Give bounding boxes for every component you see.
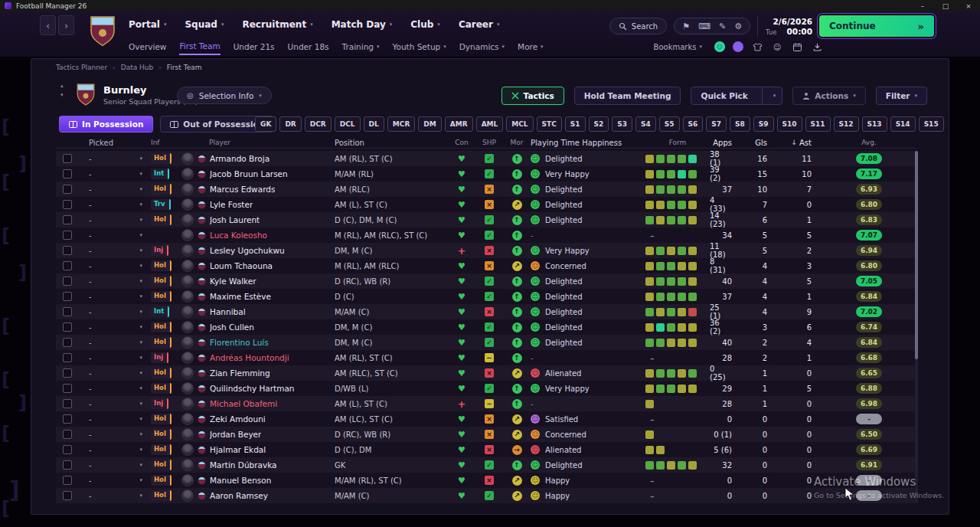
column-player[interactable]: Player (181, 137, 335, 148)
row-checkbox[interactable] (63, 322, 72, 332)
bookmarks-dropdown[interactable]: Bookmarks ▾ (654, 43, 702, 51)
table-row[interactable]: - ▾ Hol Jordan Beyer D (RC), WB (R) ♥ × … (56, 427, 916, 442)
column-avg[interactable]: Avg. (822, 137, 916, 148)
tab-overview[interactable]: Overview (129, 39, 166, 54)
picked-dropdown[interactable]: - ▾ (79, 365, 149, 381)
position-filter-s9[interactable]: S9 (753, 116, 774, 132)
position-filter-s1[interactable]: S1 (565, 116, 586, 132)
actions-button[interactable]: Actions ▾ (792, 87, 865, 105)
player-name[interactable]: Zian Flemming (210, 368, 270, 378)
tab-under-18s[interactable]: Under 18s (288, 39, 329, 54)
minimize-button[interactable]: – (911, 0, 934, 11)
row-checkbox[interactable] (63, 353, 72, 362)
table-row[interactable]: - ▾ Trv Lyle Foster AM (L), ST (C) ♥ × ↗… (56, 197, 916, 212)
player-name[interactable]: Michael Obafemi (210, 399, 277, 408)
player-name[interactable]: Hannibal (210, 307, 246, 316)
table-row[interactable]: - ▾ Hol Florentino Luís DM, M (C) ♥ ✓ ↑ … (56, 335, 916, 350)
continue-button[interactable]: Continue » (819, 15, 934, 37)
tab-in-possession[interactable]: In Possession (59, 116, 153, 133)
back-button[interactable]: ‹ (40, 15, 56, 35)
row-checkbox[interactable] (63, 277, 72, 286)
selection-info-dropdown[interactable]: ◎ Selection Info ▾ (177, 87, 272, 104)
table-scrollbar[interactable] (915, 151, 918, 503)
player-name[interactable]: Jordan Beyer (210, 430, 261, 439)
row-checkbox[interactable] (63, 231, 72, 240)
tab-youth-setup[interactable]: Youth Setup▾ (392, 39, 446, 54)
forward-button[interactable]: › (58, 15, 74, 35)
player-name[interactable]: Zeki Amdouni (210, 414, 266, 424)
social-feed-icon[interactable]: ☺ (714, 41, 725, 52)
picked-dropdown[interactable]: - ▾ (79, 258, 149, 273)
maximize-button[interactable]: □ (934, 0, 957, 11)
position-filter-s14[interactable]: S14 (890, 116, 916, 132)
position-filter-amr[interactable]: AMR (445, 116, 473, 132)
notes-pencil-icon[interactable]: ✎ (719, 22, 726, 31)
picked-dropdown[interactable]: - ▾ (79, 381, 149, 396)
row-checkbox[interactable] (63, 384, 72, 393)
position-filter-dcr[interactable]: DCR (305, 116, 332, 132)
position-filter-stc[interactable]: STC (537, 116, 562, 132)
picked-dropdown[interactable]: - ▾ (79, 457, 149, 473)
picked-dropdown[interactable]: - ▾ (79, 350, 149, 365)
row-checkbox[interactable] (63, 185, 72, 194)
chevron-down-icon[interactable]: ▾ (60, 93, 64, 98)
position-filter-aml[interactable]: AML (476, 116, 504, 132)
table-row[interactable]: - ▾ Hol Kyle Walker D (RC), WB (R) ♥ ✓ ↑… (56, 273, 916, 289)
picked-dropdown[interactable]: - ▾ (79, 411, 149, 427)
row-checkbox[interactable] (63, 154, 72, 163)
kit-shirt-icon[interactable] (751, 41, 763, 53)
position-filter-s4[interactable]: S4 (635, 116, 656, 132)
column-happiness[interactable]: Playing Time Happiness (531, 137, 645, 148)
picked-dropdown[interactable]: - ▾ (79, 212, 149, 227)
player-name[interactable]: Armando Broja (210, 154, 270, 163)
column-mor[interactable]: Mor (503, 137, 531, 148)
row-checkbox[interactable] (63, 246, 72, 255)
player-name[interactable]: Quilindschy Hartman (210, 384, 295, 393)
tactics-button[interactable]: Tactics (501, 87, 564, 105)
breadcrumb-item-data-hub[interactable]: Data Hub (121, 64, 154, 71)
row-checkbox[interactable] (63, 338, 72, 347)
player-name[interactable]: Kyle Walker (210, 277, 256, 286)
row-checkbox[interactable] (63, 414, 72, 424)
position-filter-s12[interactable]: S12 (834, 116, 859, 132)
position-filter-mcr[interactable]: MCR (387, 116, 416, 132)
competition-icon[interactable] (733, 41, 743, 52)
row-checkbox[interactable] (63, 307, 72, 316)
row-checkbox[interactable] (63, 491, 72, 500)
position-filter-s10[interactable]: S10 (777, 116, 802, 132)
position-filter-dr[interactable]: DR (279, 116, 301, 132)
row-checkbox[interactable] (63, 261, 72, 270)
row-checkbox[interactable] (63, 460, 72, 470)
position-filter-s3[interactable]: S3 (612, 116, 632, 132)
column-ast[interactable]: ↓ Ast (777, 137, 822, 148)
picked-dropdown[interactable]: - ▾ (79, 197, 149, 212)
player-name[interactable]: Josh Laurent (210, 215, 260, 224)
column-con[interactable]: Con (448, 137, 475, 148)
row-checkbox[interactable] (63, 292, 72, 301)
position-filter-mcl[interactable]: MCL (506, 116, 533, 132)
table-row[interactable]: - ▾ Int Jacob Bruun Larsen M/AM (RL) ♥ ✓… (56, 166, 916, 182)
menu-club[interactable]: Club▾ (410, 19, 440, 30)
table-row[interactable]: - ▾ Hol Martin Dúbravka GK ♥ ✓ ↑ ☺ Delig… (56, 457, 916, 473)
row-checkbox[interactable] (63, 399, 72, 408)
picked-dropdown[interactable]: - ▾ (79, 166, 149, 182)
table-row[interactable]: - ▾ Hol Josh Cullen DM, M (C) ♥ ✓ ↑ ☺ De… (56, 319, 916, 335)
scrollbar-thumb[interactable] (915, 151, 918, 359)
picked-dropdown[interactable]: - ▾ (79, 289, 149, 304)
row-checkbox[interactable] (63, 368, 72, 378)
calendar-icon[interactable] (791, 41, 803, 53)
picked-dropdown[interactable]: - ▾ (79, 273, 149, 289)
filter-button[interactable]: Filter ▾ (876, 87, 927, 105)
picked-dropdown[interactable]: - ▾ (79, 243, 149, 258)
picked-dropdown[interactable]: - ▾ (79, 304, 149, 319)
position-filter-s15[interactable]: S15 (919, 116, 944, 132)
tab-under-21s[interactable]: Under 21s (234, 39, 275, 54)
table-row[interactable]: - ▾ Inj Lesley Ugochukwu DM, M (C) + × ↑… (56, 243, 916, 258)
club-crest[interactable] (89, 14, 116, 47)
row-checkbox[interactable] (63, 169, 72, 178)
player-name[interactable]: Jacob Bruun Larsen (210, 169, 288, 178)
position-filter-dl[interactable]: DL (364, 116, 384, 132)
position-filter-s11[interactable]: S11 (805, 116, 831, 132)
menu-recruitment[interactable]: Recruitment▾ (242, 19, 312, 30)
player-name[interactable]: Josh Cullen (210, 322, 254, 332)
